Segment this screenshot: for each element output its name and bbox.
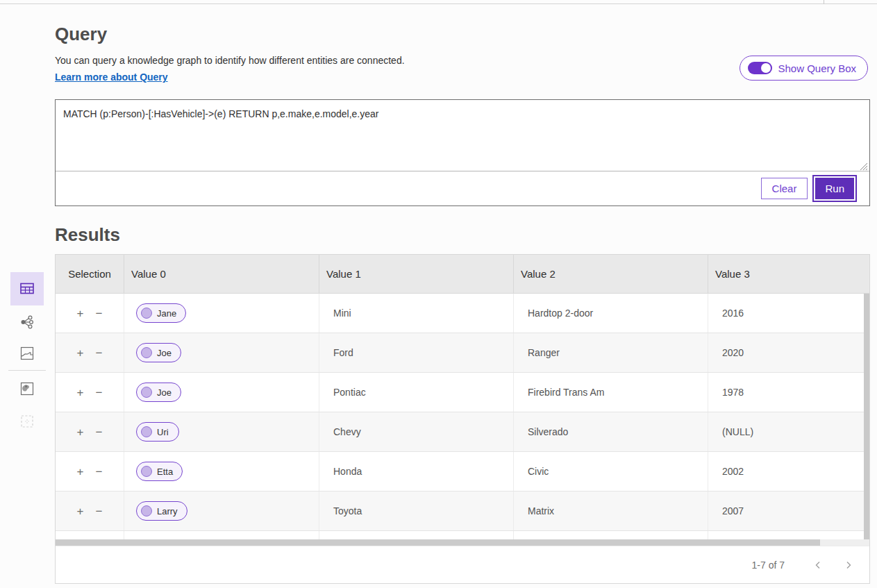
value1-cell: Pontiac [319, 373, 514, 412]
table-footer: 1-7 of 7 [56, 546, 869, 583]
column-header-selection[interactable]: Selection [56, 255, 124, 293]
entity-cell [124, 531, 319, 539]
toggle-knob [761, 63, 771, 73]
sidebar-item-map-view[interactable] [10, 337, 44, 370]
entity-name: Etta [157, 467, 173, 477]
entity-cell: Uri [124, 412, 319, 451]
entity-name: Larry [157, 506, 178, 516]
map-icon [19, 346, 35, 361]
selection-cell: + − [56, 452, 124, 491]
sidebar-divider [8, 370, 46, 371]
table-row: + − Joe Ford Ranger 2020 [56, 333, 869, 373]
chevron-right-icon [844, 561, 853, 569]
entity-name: Jane [157, 308, 176, 319]
column-header-value1[interactable]: Value 1 [319, 255, 514, 293]
table-header-row: Selection Value 0 Value 1 Value 2 Value … [56, 255, 869, 294]
entity-name: Joe [157, 387, 172, 398]
map-contents-icon [19, 381, 35, 396]
entity-cell: Etta [124, 452, 319, 491]
value2-cell: Ranger [514, 333, 708, 372]
query-input[interactable]: MATCH (p:Person)-[:HasVehicle]->(e) RETU… [56, 100, 869, 171]
entity-cell: Jane [124, 294, 319, 333]
add-selection-button[interactable]: + [76, 385, 85, 400]
remove-selection-button[interactable]: − [94, 464, 104, 479]
value2-cell: Matrix [514, 492, 708, 530]
entity-node-icon [141, 308, 152, 319]
remove-selection-button[interactable]: − [94, 306, 104, 321]
value3-cell: 1978 [708, 373, 869, 412]
sidebar-item-link-chart-view[interactable] [10, 305, 44, 339]
top-border [0, 3, 877, 4]
chevron-left-icon [814, 561, 822, 569]
sidebar-item-table-view[interactable] [10, 272, 44, 305]
selection-cell: + − [56, 492, 124, 530]
table-row: + − Jane Mini Hardtop 2-door 2016 [56, 294, 869, 333]
learn-more-link[interactable]: Learn more about Query [55, 72, 168, 83]
previous-page-button[interactable] [811, 558, 825, 572]
entity-cell: Joe [124, 373, 319, 412]
table-row: + − Etta Honda Civic 2002 [56, 452, 869, 492]
value2-cell [514, 531, 708, 539]
entity-cell: Joe [124, 333, 319, 372]
table-row: + − Larry Toyota Matrix 2007 [56, 492, 869, 531]
entity-pill[interactable]: Etta [136, 462, 183, 481]
add-selection-button[interactable]: + [76, 464, 85, 479]
show-query-box-toggle[interactable]: Show Query Box [740, 56, 868, 81]
table-icon [19, 280, 35, 297]
value3-cell [708, 531, 869, 539]
value2-cell: Civic [514, 452, 708, 491]
remove-selection-button[interactable]: − [94, 425, 104, 439]
entity-node-icon [141, 426, 152, 437]
query-page: Query You can query a knowledge graph to… [0, 0, 877, 588]
table-row: + − Joe Pontiac Firebird Trans Am 1978 [56, 373, 869, 412]
entity-pill[interactable]: Larry [136, 501, 187, 521]
selection-cell: + − [56, 333, 124, 372]
top-border-tick [824, 0, 824, 4]
remove-selection-button[interactable]: − [94, 346, 104, 360]
clear-button[interactable]: Clear [761, 178, 808, 199]
link-chart-icon [19, 314, 35, 330]
value1-cell [319, 531, 514, 539]
query-box: MATCH (p:Person)-[:HasVehicle]->(e) RETU… [55, 99, 870, 206]
entity-node-icon [141, 505, 152, 516]
value1-cell: Honda [319, 452, 514, 491]
entity-node-icon [141, 347, 152, 358]
table-body: + − Jane Mini Hardtop 2-door 2016 + − [56, 294, 869, 539]
entity-node-icon [141, 466, 152, 477]
query-description: You can query a knowledge graph to ident… [55, 55, 405, 66]
remove-selection-button[interactable]: − [94, 385, 104, 400]
add-selection-button[interactable]: + [76, 504, 85, 519]
entity-pill[interactable]: Jane [136, 303, 186, 323]
value3-cell: (NULL) [708, 412, 869, 451]
entity-pill[interactable]: Uri [136, 422, 179, 442]
selection-cell: + − [56, 294, 124, 333]
selection-cell: + − [56, 412, 124, 451]
value1-cell: Mini [319, 294, 514, 333]
value2-cell: Silverado [514, 412, 708, 451]
run-button[interactable]: Run [815, 178, 854, 199]
vertical-scrollbar[interactable] [864, 294, 869, 539]
selection-cell: + − [56, 531, 124, 539]
column-header-value0[interactable]: Value 0 [124, 255, 319, 293]
remove-selection-button[interactable]: − [94, 504, 104, 519]
entity-name: Uri [157, 427, 169, 437]
entity-cell: Larry [124, 492, 319, 530]
table-row: + − Uri Chevy Silverado (NULL) [56, 412, 869, 452]
column-header-value2[interactable]: Value 2 [514, 255, 708, 293]
entity-pill[interactable]: Joe [136, 383, 181, 402]
sidebar-item-add-map-contents[interactable] [10, 372, 44, 405]
column-header-value3[interactable]: Value 3 [708, 255, 869, 293]
add-selection-button[interactable]: + [76, 306, 85, 321]
pagination-range: 1-7 of 7 [752, 560, 785, 571]
entity-name: Joe [157, 348, 172, 358]
add-selection-button[interactable]: + [76, 346, 85, 360]
add-selection-button[interactable]: + [76, 425, 85, 439]
resize-grip-icon[interactable] [858, 161, 868, 171]
entity-pill[interactable]: Joe [136, 343, 181, 362]
toggle-switch-icon[interactable] [748, 62, 772, 74]
run-button-focus-ring: Run [812, 175, 857, 202]
results-table: Selection Value 0 Value 1 Value 2 Value … [55, 254, 870, 584]
next-page-button[interactable] [842, 558, 855, 572]
value3-cell: 2016 [708, 294, 869, 333]
query-actions: Clear Run [56, 171, 869, 205]
